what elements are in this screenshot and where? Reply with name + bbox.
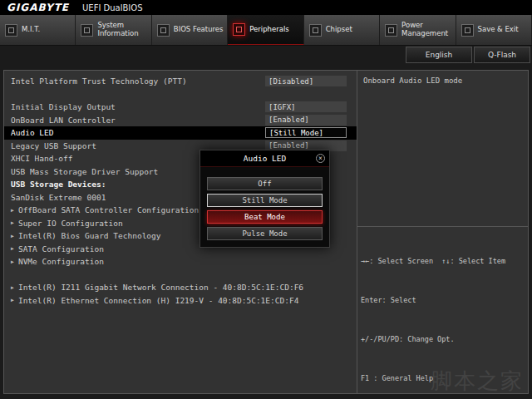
peripherals-icon [233,23,245,36]
dialog-options: Off Still Mode Beat Mode Pulse Mode [200,167,329,240]
section-label: USB Storage Devices: [11,180,106,189]
option-off[interactable]: Off [207,177,323,190]
setting-label: SanDisk Extreme 0001 [11,193,106,202]
setting-label: Intel(R) Bios Guard Technology [18,231,161,240]
language-button[interactable]: English [406,47,472,63]
option-still-mode[interactable]: Still Mode [207,194,323,207]
chipset-icon [309,24,322,37]
setting-label: Intel(R) Ethernet Connection (H) I219-V … [18,296,298,305]
tab-bios-features[interactable]: BIOS Features [152,15,228,45]
key-legend: →←: Select Screen ↑↓: Select Item Enter:… [361,229,527,399]
dialog-title: Audio LED [244,154,286,163]
audio-led-dialog: Audio LED × Off Still Mode Beat Mode Pul… [200,150,330,248]
submenu-arrow-icon: ▶ [11,297,14,303]
key-legend-line: Enter: Select [361,294,527,308]
submenu-row[interactable]: ▶ Intel(R) Ethernet Connection (H) I219-… [4,294,357,308]
tab-system-information-label: System Information [97,22,150,38]
setting-label: Intel Platform Trust Technology (PTT) [11,76,187,86]
tab-bar: M.I.T. System Information BIOS Features … [0,15,532,46]
spacer-row [4,268,357,282]
submenu-arrow-icon: ▶ [11,259,14,265]
setting-label: Initial Display Output [11,102,116,111]
setting-label: XHCI Hand-off [11,154,72,163]
tab-peripherals[interactable]: Peripherals [228,15,303,45]
submenu-row[interactable]: ▶ NVMe Configuration [4,255,357,268]
submenu-arrow-icon: ▶ [11,233,14,239]
close-icon[interactable]: × [316,154,325,163]
key-legend-line: +/-/PU/PD: Change Opt. [361,333,527,347]
setting-value[interactable]: [IGFX] [265,101,347,112]
bios-setup-screen: GIGABYTE UEFI DualBIOS M.I.T. System Inf… [0,0,532,399]
dialog-title-bar: Audio LED × [200,150,329,167]
tab-bios-features-label: BIOS Features [174,26,224,34]
qflash-button[interactable]: Q-Flash [474,47,530,63]
setting-label: NVMe Configuration [18,257,104,266]
submenu-arrow-icon: ▶ [11,245,14,252]
setting-value[interactable]: [Enabled] [265,115,347,126]
option-beat-mode[interactable]: Beat Mode [207,210,323,224]
power-management-icon [385,24,397,37]
gigabyte-logo: GIGABYTE [7,2,69,13]
setting-label: USB Mass Storage Driver Support [11,167,158,176]
submenu-arrow-icon: ▶ [11,284,14,291]
setting-label: Intel(R) I211 Gigabit Network Connection… [18,283,303,292]
vertical-divider [357,71,357,393]
quick-buttons: English Q-Flash [404,47,530,63]
option-pulse-mode[interactable]: Pulse Mode [207,227,323,240]
setting-label: Legacy USB Support [11,141,96,150]
setting-label: OnBoard LAN Controller [11,116,116,125]
tab-chipset[interactable]: Chipset [304,15,380,45]
system-information-icon [81,24,93,37]
setting-value[interactable]: [Disabled] [265,76,347,86]
key-legend-line: →←: Select Screen ↑↓: Select Item [361,255,527,268]
tab-mit-label: M.I.T. [22,26,40,34]
tab-mit[interactable]: M.I.T. [0,15,76,45]
tab-peripherals-label: Peripherals [249,26,288,34]
setting-value[interactable]: [Still Mode] [265,127,347,138]
horizontal-divider [357,226,528,227]
bios-features-icon [157,24,170,37]
tab-power-management-label: Power Management [401,22,455,38]
tab-chipset-label: Chipset [326,26,352,34]
setting-row[interactable]: Initial Display Output [IGFX] [4,101,357,114]
top-brand-bar: GIGABYTE UEFI DualBIOS [0,0,532,15]
setting-row[interactable]: OnBoard LAN Controller [Enabled] [4,114,357,127]
tab-save-exit[interactable]: Save & Exit [456,15,532,45]
uefi-dualbios-label: UEFI DualBIOS [82,3,143,12]
submenu-row[interactable]: ▶ Intel(R) I211 Gigabit Network Connecti… [4,281,357,294]
setting-label: SATA Configuration [18,244,104,254]
key-legend-line: F1 : General Help [361,372,527,386]
setting-row[interactable]: Intel Platform Trust Technology (PTT) [D… [4,75,357,88]
setting-label: OffBoard SATA Controller Configuration [18,205,199,214]
save-exit-icon [461,24,474,37]
setting-label: Super IO Configuration [18,219,123,228]
setting-row-audio-led[interactable]: Audio LED [Still Mode] [4,126,357,140]
submenu-arrow-icon: ▶ [11,219,14,226]
submenu-arrow-icon: ▶ [11,207,14,214]
tab-power-management[interactable]: Power Management [380,15,456,45]
setting-label: Audio LED [11,128,53,137]
mit-icon [5,24,17,37]
tab-save-exit-label: Save & Exit [478,26,519,34]
spacer-row [4,88,357,101]
item-help-text: Onboard Audio LED mode [363,76,523,85]
tab-system-information[interactable]: System Information [76,15,151,45]
